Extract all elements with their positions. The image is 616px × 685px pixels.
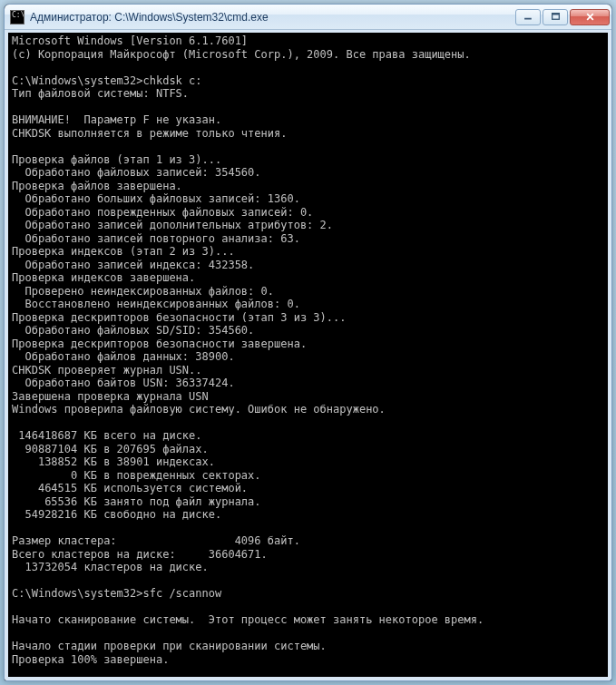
terminal-line: 13732054 кластеров на диске. — [12, 561, 604, 574]
terminal-line: Проверка индексов завершена. — [12, 271, 604, 285]
terminal-line: Тип файловой системы: NTFS. — [12, 87, 604, 101]
terminal-output[interactable]: Microsoft Windows [Version 6.1.7601](c) … — [8, 33, 608, 677]
terminal-line: Обработано записей индекса: 432358. — [12, 259, 604, 272]
terminal-line: 90887104 КБ в 207695 файлах. — [12, 443, 604, 456]
terminal-line — [12, 522, 604, 535]
terminal-line: C:\Windows\system32>chkdsk c: — [12, 74, 604, 88]
terminal-line: 464515 КБ используется системой. — [12, 482, 604, 495]
window-title: Администратор: C:\Windows\System32\cmd.e… — [30, 11, 513, 24]
terminal-line — [12, 61, 604, 74]
terminal-line: Обработано файловых SD/SID: 354560. — [12, 324, 604, 338]
terminal-line: Проверка файлов завершена. — [12, 180, 604, 193]
terminal-line: Восстановлено неиндексированных файлов: … — [12, 298, 604, 311]
terminal-line: C:\Windows\system32>sfc /scannow — [12, 587, 604, 601]
terminal-line: Обработано записей повторного анализа: 6… — [12, 232, 604, 246]
terminal-line: Проверено неиндексированных файлов: 0. — [12, 285, 604, 298]
window-controls — [513, 9, 610, 25]
terminal-line: Проверка файлов (этап 1 из 3)... — [12, 153, 604, 167]
terminal-line — [12, 140, 604, 153]
terminal-line — [12, 601, 604, 614]
terminal-line: Windows проверила файловую систему. Ошиб… — [12, 403, 604, 416]
terminal-line: 54928216 КБ свободно на диске. — [12, 508, 604, 522]
client-area: Microsoft Windows [Version 6.1.7601](c) … — [5, 30, 611, 680]
terminal-line: Обработано больших файловых записей: 136… — [12, 192, 604, 206]
terminal-line — [12, 627, 604, 641]
terminal-line: Обработано файлов данных: 38900. — [12, 350, 604, 364]
terminal-line: Размер кластера: 4096 байт. — [12, 534, 604, 548]
terminal-line: 146418687 КБ всего на диске. — [12, 429, 604, 443]
terminal-line — [12, 101, 604, 114]
terminal-line: Обработано файловых записей: 354560. — [12, 166, 604, 180]
terminal-line: ВНИМАНИЕ! Параметр F не указан. — [12, 113, 604, 127]
terminal-line: Проверка индексов (этап 2 из 3)... — [12, 245, 604, 259]
terminal-line: Начало стадии проверки при сканировании … — [12, 640, 604, 653]
titlebar[interactable]: C:\ Администратор: C:\Windows\System32\c… — [5, 5, 611, 30]
terminal-line: Microsoft Windows [Version 6.1.7601] — [12, 34, 604, 48]
terminal-line: 65536 КБ занято под файл журнала. — [12, 495, 604, 509]
minimize-button[interactable] — [515, 9, 541, 25]
app-icon: C:\ — [10, 10, 24, 24]
terminal-line: Проверка 100% завершена. — [12, 653, 604, 667]
terminal-line: CHKDSK выполняется в режиме только чтени… — [12, 127, 604, 141]
terminal-line: Начато сканирование системы. Этот процес… — [12, 613, 604, 627]
terminal-line — [12, 666, 604, 677]
terminal-line: 0 КБ в поврежденных секторах. — [12, 469, 604, 483]
terminal-line: 138852 КБ в 38901 индексах. — [12, 455, 604, 469]
terminal-line: Проверка дескрипторов безопасности (этап… — [12, 311, 604, 325]
terminal-line: Обработано поврежденных файловых записей… — [12, 206, 604, 220]
cmd-window: C:\ Администратор: C:\Windows\System32\c… — [4, 4, 612, 681]
terminal-line — [12, 574, 604, 588]
terminal-line — [12, 416, 604, 430]
maximize-button[interactable] — [543, 9, 568, 25]
terminal-line: CHKDSK проверяет журнал USN.. — [12, 364, 604, 377]
terminal-line: Проверка дескрипторов безопасности завер… — [12, 338, 604, 351]
terminal-line: Завершена проверка журнала USN — [12, 390, 604, 404]
terminal-line: Всего кластеров на диске: 36604671. — [12, 548, 604, 562]
close-button[interactable] — [570, 9, 610, 25]
terminal-line: Обработано байтов USN: 36337424. — [12, 377, 604, 390]
terminal-line: (c) Корпорация Майкрософт (Microsoft Cor… — [12, 48, 604, 62]
terminal-line: Обработано записей дополнительных атрибу… — [12, 219, 604, 232]
